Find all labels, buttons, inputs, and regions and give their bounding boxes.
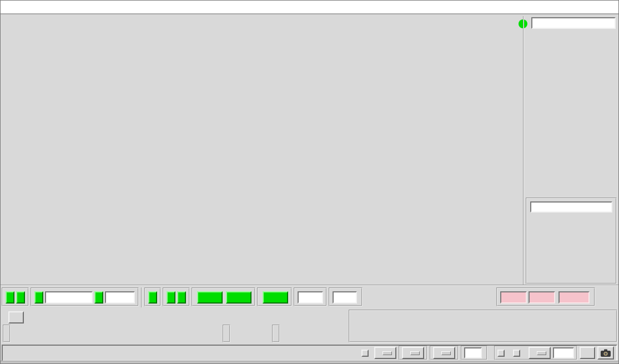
panel-divider <box>523 16 524 286</box>
show-row-1 <box>353 314 614 326</box>
dr-pulse-field[interactable] <box>298 291 323 304</box>
rtl-bs-group <box>257 287 292 306</box>
monitor-bpm-name[interactable] <box>530 201 612 213</box>
chg-th-checkbox-item <box>361 350 371 357</box>
busel-on-button[interactable] <box>148 291 157 304</box>
ph-checkbox-item <box>497 350 507 357</box>
bunch-filter-group <box>223 325 230 342</box>
ltr-bs-group <box>192 287 255 306</box>
orbit-app-window <box>0 0 619 364</box>
acquisition-frame <box>494 346 577 360</box>
beam-gate-group <box>2 287 29 306</box>
show-row-2 <box>353 326 614 338</box>
window-bottom-edge <box>1 361 618 363</box>
dropdown-dash-icon <box>383 351 392 355</box>
count-dropdown[interactable] <box>529 347 551 359</box>
fc15-acc-button[interactable] <box>94 291 103 304</box>
timestamp-field <box>531 17 616 29</box>
screenshot-button[interactable] <box>597 346 614 360</box>
rtl-s01-open-button[interactable] <box>263 291 288 304</box>
ltr-n01-open-button[interactable] <box>197 291 223 304</box>
beam-gate-open-button-2[interactable] <box>16 291 25 304</box>
beam-rep-field-1 <box>500 291 527 304</box>
status-bar <box>2 345 617 361</box>
beam-rep-field-2 <box>529 291 555 304</box>
bunch-select-frame <box>430 346 459 360</box>
sector-group <box>3 325 11 342</box>
fc15-kv-field[interactable] <box>45 291 93 304</box>
fc15-group <box>31 287 139 306</box>
status-controls <box>361 346 614 360</box>
plot-controls-divider <box>1 285 618 286</box>
threshold-dropdown[interactable] <box>374 347 396 359</box>
range-row <box>3 311 24 324</box>
ratio-field[interactable] <box>333 291 357 304</box>
show-group <box>349 310 617 342</box>
camera-icon <box>600 348 611 357</box>
fc15-on-button[interactable] <box>34 291 43 304</box>
ltr-n02-open-button[interactable] <box>226 291 251 304</box>
dropdown-dash-icon <box>441 351 451 355</box>
dropdown-dash-icon <box>537 351 546 355</box>
bpm-monitor-panel <box>526 198 617 284</box>
bunch-1st-button[interactable] <box>167 291 175 304</box>
separator <box>141 287 142 307</box>
count-input[interactable] <box>553 347 574 358</box>
conti-checkbox-item <box>513 350 522 357</box>
charge-threshold-field[interactable] <box>464 347 482 358</box>
chg-th-checkbox[interactable] <box>361 350 369 357</box>
bunch-group <box>163 287 190 306</box>
fc15-percent-field[interactable] <box>105 291 135 304</box>
ph-checkbox[interactable] <box>497 350 505 357</box>
bunch-2nd-button[interactable] <box>177 291 186 304</box>
beam-controls-row <box>2 287 363 310</box>
dropdown-dash-icon <box>410 351 420 355</box>
bunch-dropdown[interactable] <box>433 347 455 359</box>
beam-gate-open-button-1[interactable] <box>6 291 14 304</box>
window-titlebar <box>1 1 618 14</box>
ratio-group <box>329 287 363 306</box>
bpm-dropdown[interactable] <box>402 347 424 359</box>
conti-checkbox[interactable] <box>513 350 520 357</box>
replot-button[interactable] <box>8 311 24 323</box>
bpm-name-axis <box>35 251 499 285</box>
beam-rep-percent-field <box>558 291 590 304</box>
busel-group <box>144 287 161 306</box>
resize-button[interactable] <box>580 347 595 359</box>
charge-frame <box>461 346 487 360</box>
bpm-select-frame <box>399 346 427 360</box>
dr-pulse-group <box>294 287 327 306</box>
sigma-group <box>272 325 280 342</box>
beam-rep-group <box>496 287 595 306</box>
